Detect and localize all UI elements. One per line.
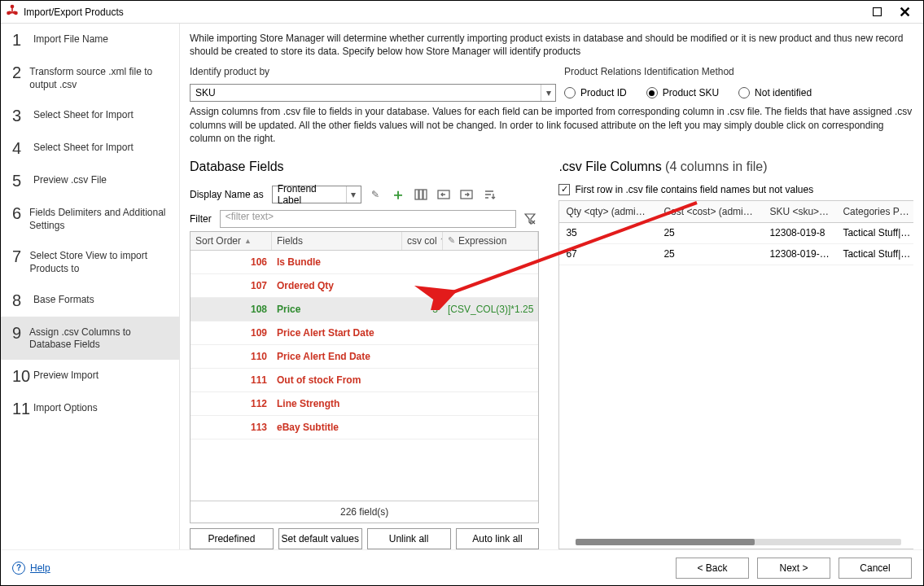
wizard-step-6[interactable]: 6Fields Delimiters and Additional Settin…: [1, 197, 179, 240]
step-number: 2: [12, 64, 29, 81]
field-row[interactable]: 108 Price 3 [CSV_COL(3)]*1.25: [190, 298, 538, 321]
checkbox-box: ✓: [558, 184, 570, 195]
csv-column-header[interactable]: Qty <qty> (admin) (4): [559, 201, 657, 222]
predefined-button[interactable]: Predefined: [190, 528, 274, 549]
filter-input[interactable]: <filter text>: [220, 210, 517, 228]
help-link[interactable]: ? Help: [12, 562, 50, 575]
csv-column-header[interactable]: Categories Path <: [836, 201, 913, 222]
step-label: Base Formats: [33, 292, 94, 307]
csv-row[interactable]: 67 25 12308-019-8.5 Tactical Stuff|5.11: [559, 244, 913, 265]
csv-cell: 12308-019-8.5: [763, 248, 836, 260]
svg-rect-6: [873, 8, 881, 16]
field-sort-order: 106: [190, 256, 272, 268]
unlink-all-button[interactable]: Unlink all: [367, 528, 451, 549]
wizard-step-2[interactable]: 2Transform source .xml file to output .c…: [1, 56, 179, 99]
radio-label: Not identified: [755, 87, 812, 98]
step-number: 3: [12, 107, 33, 124]
columns-icon[interactable]: [412, 186, 430, 203]
field-sort-order: 111: [190, 374, 272, 386]
display-name-value: Frontend Label: [273, 183, 346, 206]
field-row[interactable]: 111 Out of stock From: [190, 369, 538, 392]
wizard-step-9[interactable]: 9Assign .csv Columns to Database Fields: [1, 317, 179, 360]
field-row[interactable]: 113 eBay Subtitle: [190, 416, 538, 440]
svg-rect-8: [419, 190, 423, 199]
wizard-step-7[interactable]: 7Select Store View to import Products to: [1, 240, 179, 283]
field-sort-order: 108: [190, 304, 272, 315]
csv-cell: 25: [657, 248, 763, 260]
wizard-step-8[interactable]: 8Base Formats: [1, 284, 179, 317]
set-default-values-button[interactable]: Set default values: [278, 528, 362, 549]
filter-clear-icon[interactable]: [521, 210, 539, 228]
first-row-checkbox[interactable]: ✓ First row in .csv file contains field …: [558, 184, 913, 195]
step-label: Select Store View to import Products to: [30, 248, 171, 275]
col-sort-order[interactable]: Sort Order ▲: [190, 232, 272, 250]
col-fields[interactable]: Fields: [272, 232, 402, 250]
radio-label: Product SKU: [663, 87, 719, 98]
wizard-step-1[interactable]: 1Import File Name: [1, 24, 179, 56]
field-row[interactable]: 106 Is Bundle: [190, 251, 538, 274]
wizard-step-11[interactable]: 11Import Options: [1, 392, 179, 425]
step-number: 9: [12, 325, 29, 341]
field-sort-order: 110: [190, 351, 272, 362]
cancel-button[interactable]: Cancel: [839, 558, 912, 579]
edit-icon[interactable]: ✎: [366, 186, 384, 203]
field-expression: [CSV_COL(3)]*1.25: [443, 304, 538, 315]
step-label: Transform source .xml file to output .cs…: [29, 64, 171, 91]
pencil-icon: ✎: [448, 235, 455, 246]
radio-product-id[interactable]: Product ID: [564, 87, 627, 98]
step-number: 10: [12, 368, 33, 384]
step-number: 5: [12, 173, 33, 189]
relation-method-label: Product Relations Identification Method: [564, 66, 734, 77]
radio-product-sku[interactable]: Product SKU: [646, 87, 719, 98]
sort-asc-icon: ▲: [244, 237, 252, 245]
csv-grid: 35 25 12308-019-8 Tactical Stuff|5.11 67…: [558, 222, 913, 549]
wizard-step-10[interactable]: 10Preview Import: [1, 360, 179, 392]
filter-placeholder: <filter text>: [226, 211, 274, 222]
identify-by-select[interactable]: SKU ▾: [190, 84, 556, 102]
field-name: Out of stock From: [272, 374, 402, 386]
next-button[interactable]: Next >: [757, 558, 830, 579]
csv-column-header[interactable]: SKU <sku> (2): [763, 201, 836, 222]
field-row[interactable]: 112 Line Strength: [190, 392, 538, 416]
field-row[interactable]: 110 Price Alert End Date: [190, 345, 538, 369]
display-name-label: Display Name as: [190, 189, 264, 200]
wizard-step-5[interactable]: 5Preview .csv File: [1, 164, 179, 197]
step-label: Select Sheet for Import: [33, 140, 134, 155]
wizard-step-4[interactable]: 4Select Sheet for Import: [1, 132, 179, 164]
horizontal-scrollbar[interactable]: [576, 539, 901, 545]
display-name-select[interactable]: Frontend Label ▾: [272, 186, 361, 203]
add-icon[interactable]: ＋: [389, 186, 407, 203]
db-fields-title: Database Fields: [190, 160, 539, 174]
col-expression[interactable]: ✎ Expression: [443, 232, 538, 250]
csv-column-header[interactable]: Cost <cost> (admin) (3): [657, 201, 763, 222]
field-sort-order: 113: [190, 422, 272, 433]
scrollbar-thumb[interactable]: [576, 539, 755, 545]
csv-title: .csv File Columns (4 columns in file): [558, 160, 913, 174]
close-button[interactable]: ✕: [891, 4, 918, 20]
csv-cell: Tactical Stuff|5.11: [836, 227, 913, 238]
field-name: Price Alert Start Date: [272, 327, 402, 339]
db-fields-grid: Sort Order ▲ Fields csv col ⇅ ✎ Expressi…: [190, 231, 539, 523]
back-button[interactable]: < Back: [676, 558, 749, 579]
col-csv[interactable]: csv col ⇅: [402, 232, 443, 250]
database-fields-pane: Database Fields Display Name as Frontend…: [190, 156, 539, 549]
wizard-step-3[interactable]: 3Select Sheet for Import: [1, 99, 179, 132]
app-logo-icon: [6, 4, 19, 20]
step-number: 6: [12, 205, 29, 221]
link-left-icon[interactable]: [435, 186, 453, 203]
radio-not-identified[interactable]: Not identified: [738, 87, 812, 98]
maximize-button[interactable]: [863, 4, 891, 20]
auto-link-all-button[interactable]: Auto link all: [456, 528, 540, 549]
field-name: eBay Subtitle: [272, 422, 402, 433]
sort-icon[interactable]: [480, 186, 498, 203]
csv-row[interactable]: 35 25 12308-019-8 Tactical Stuff|5.11: [559, 223, 913, 244]
radio-circle-icon: [646, 87, 658, 98]
field-sort-order: 109: [190, 327, 272, 339]
step-label: Preview .csv File: [33, 173, 107, 187]
step-number: 11: [12, 400, 33, 417]
svg-rect-3: [11, 7, 13, 11]
field-row[interactable]: 107 Ordered Qty: [190, 274, 538, 298]
step-number: 8: [12, 292, 33, 308]
link-right-icon[interactable]: [458, 186, 475, 203]
field-row[interactable]: 109 Price Alert Start Date: [190, 321, 538, 345]
